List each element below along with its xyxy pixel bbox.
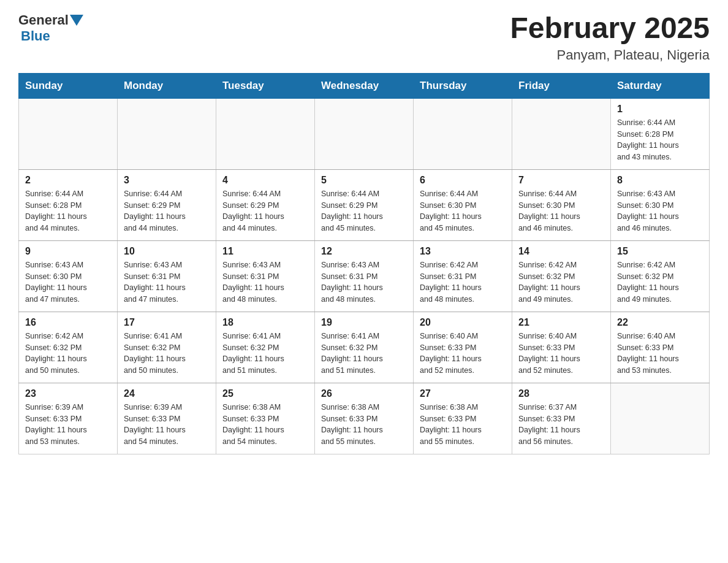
weekday-header-tuesday: Tuesday (216, 73, 315, 98)
calendar-day-cell: 26Sunrise: 6:38 AM Sunset: 6:33 PM Dayli… (315, 383, 414, 454)
day-info: Sunrise: 6:43 AM Sunset: 6:31 PM Dayligh… (321, 259, 407, 305)
logo-blue-text: Blue (21, 28, 50, 44)
day-number: 19 (321, 317, 407, 328)
calendar-week-row: 23Sunrise: 6:39 AM Sunset: 6:33 PM Dayli… (19, 383, 710, 454)
location-subtitle: Panyam, Plateau, Nigeria (510, 47, 710, 63)
day-number: 20 (420, 317, 506, 328)
day-info: Sunrise: 6:38 AM Sunset: 6:33 PM Dayligh… (420, 402, 506, 448)
day-number: 9 (25, 246, 111, 257)
day-info: Sunrise: 6:44 AM Sunset: 6:29 PM Dayligh… (321, 188, 407, 234)
calendar-day-cell: 13Sunrise: 6:42 AM Sunset: 6:31 PM Dayli… (414, 240, 512, 312)
day-info: Sunrise: 6:40 AM Sunset: 6:33 PM Dayligh… (420, 331, 506, 377)
day-number: 21 (518, 317, 604, 328)
calendar-day-cell (315, 98, 414, 169)
calendar-day-cell: 7Sunrise: 6:44 AM Sunset: 6:30 PM Daylig… (512, 169, 611, 240)
day-info: Sunrise: 6:42 AM Sunset: 6:31 PM Dayligh… (420, 259, 506, 305)
calendar-week-row: 1Sunrise: 6:44 AM Sunset: 6:28 PM Daylig… (19, 98, 710, 169)
calendar-day-cell (19, 98, 118, 169)
day-info: Sunrise: 6:42 AM Sunset: 6:32 PM Dayligh… (518, 259, 604, 305)
weekday-header-row: SundayMondayTuesdayWednesdayThursdayFrid… (19, 73, 710, 98)
calendar-day-cell: 2Sunrise: 6:44 AM Sunset: 6:28 PM Daylig… (19, 169, 118, 240)
day-number: 22 (617, 317, 703, 328)
calendar-day-cell: 11Sunrise: 6:43 AM Sunset: 6:31 PM Dayli… (216, 240, 315, 312)
day-info: Sunrise: 6:43 AM Sunset: 6:31 PM Dayligh… (124, 259, 210, 305)
day-number: 5 (321, 175, 407, 186)
weekday-header-saturday: Saturday (611, 73, 710, 98)
day-info: Sunrise: 6:43 AM Sunset: 6:30 PM Dayligh… (617, 188, 703, 234)
calendar-day-cell: 10Sunrise: 6:43 AM Sunset: 6:31 PM Dayli… (118, 240, 216, 312)
day-info: Sunrise: 6:38 AM Sunset: 6:33 PM Dayligh… (321, 402, 407, 448)
title-area: February 2025 Panyam, Plateau, Nigeria (510, 12, 710, 63)
calendar-day-cell: 27Sunrise: 6:38 AM Sunset: 6:33 PM Dayli… (414, 383, 512, 454)
day-info: Sunrise: 6:43 AM Sunset: 6:31 PM Dayligh… (222, 259, 308, 305)
calendar-day-cell: 5Sunrise: 6:44 AM Sunset: 6:29 PM Daylig… (315, 169, 414, 240)
day-info: Sunrise: 6:42 AM Sunset: 6:32 PM Dayligh… (617, 259, 703, 305)
calendar-day-cell: 14Sunrise: 6:42 AM Sunset: 6:32 PM Dayli… (512, 240, 611, 312)
day-number: 11 (222, 246, 308, 257)
day-number: 4 (222, 175, 308, 186)
calendar-day-cell: 19Sunrise: 6:41 AM Sunset: 6:32 PM Dayli… (315, 312, 414, 383)
day-info: Sunrise: 6:40 AM Sunset: 6:33 PM Dayligh… (518, 331, 604, 377)
day-number: 3 (124, 175, 210, 186)
calendar-day-cell (118, 98, 216, 169)
day-info: Sunrise: 6:41 AM Sunset: 6:32 PM Dayligh… (321, 331, 407, 377)
day-number: 8 (617, 175, 703, 186)
day-number: 28 (518, 388, 604, 399)
day-number: 25 (222, 388, 308, 399)
day-info: Sunrise: 6:38 AM Sunset: 6:33 PM Dayligh… (222, 402, 308, 448)
day-number: 17 (124, 317, 210, 328)
calendar-day-cell: 1Sunrise: 6:44 AM Sunset: 6:28 PM Daylig… (611, 98, 710, 169)
day-number: 23 (25, 388, 111, 399)
page-header: General Blue February 2025 Panyam, Plate… (18, 12, 710, 63)
day-info: Sunrise: 6:44 AM Sunset: 6:29 PM Dayligh… (124, 188, 210, 234)
day-info: Sunrise: 6:39 AM Sunset: 6:33 PM Dayligh… (124, 402, 210, 448)
day-number: 7 (518, 175, 604, 186)
day-info: Sunrise: 6:41 AM Sunset: 6:32 PM Dayligh… (124, 331, 210, 377)
calendar-day-cell: 21Sunrise: 6:40 AM Sunset: 6:33 PM Dayli… (512, 312, 611, 383)
day-info: Sunrise: 6:44 AM Sunset: 6:30 PM Dayligh… (518, 188, 604, 234)
svg-marker-0 (70, 15, 83, 26)
month-year-title: February 2025 (510, 12, 710, 45)
day-info: Sunrise: 6:37 AM Sunset: 6:33 PM Dayligh… (518, 402, 604, 448)
day-info: Sunrise: 6:42 AM Sunset: 6:32 PM Dayligh… (25, 331, 111, 377)
day-info: Sunrise: 6:41 AM Sunset: 6:32 PM Dayligh… (222, 331, 308, 377)
calendar-day-cell: 20Sunrise: 6:40 AM Sunset: 6:33 PM Dayli… (414, 312, 512, 383)
calendar-day-cell (611, 383, 710, 454)
calendar-day-cell: 22Sunrise: 6:40 AM Sunset: 6:33 PM Dayli… (611, 312, 710, 383)
day-number: 16 (25, 317, 111, 328)
day-number: 18 (222, 317, 308, 328)
day-info: Sunrise: 6:44 AM Sunset: 6:29 PM Dayligh… (222, 188, 308, 234)
calendar-day-cell: 16Sunrise: 6:42 AM Sunset: 6:32 PM Dayli… (19, 312, 118, 383)
calendar-week-row: 16Sunrise: 6:42 AM Sunset: 6:32 PM Dayli… (19, 312, 710, 383)
weekday-header-friday: Friday (512, 73, 611, 98)
calendar-day-cell: 17Sunrise: 6:41 AM Sunset: 6:32 PM Dayli… (118, 312, 216, 383)
calendar-table: SundayMondayTuesdayWednesdayThursdayFrid… (18, 73, 710, 454)
day-number: 6 (420, 175, 506, 186)
day-info: Sunrise: 6:39 AM Sunset: 6:33 PM Dayligh… (25, 402, 111, 448)
calendar-day-cell: 15Sunrise: 6:42 AM Sunset: 6:32 PM Dayli… (611, 240, 710, 312)
calendar-week-row: 9Sunrise: 6:43 AM Sunset: 6:30 PM Daylig… (19, 240, 710, 312)
calendar-day-cell (216, 98, 315, 169)
calendar-day-cell: 12Sunrise: 6:43 AM Sunset: 6:31 PM Dayli… (315, 240, 414, 312)
calendar-day-cell: 8Sunrise: 6:43 AM Sunset: 6:30 PM Daylig… (611, 169, 710, 240)
calendar-day-cell: 25Sunrise: 6:38 AM Sunset: 6:33 PM Dayli… (216, 383, 315, 454)
calendar-day-cell: 9Sunrise: 6:43 AM Sunset: 6:30 PM Daylig… (19, 240, 118, 312)
day-number: 26 (321, 388, 407, 399)
calendar-day-cell (512, 98, 611, 169)
weekday-header-monday: Monday (118, 73, 216, 98)
weekday-header-thursday: Thursday (414, 73, 512, 98)
calendar-day-cell: 18Sunrise: 6:41 AM Sunset: 6:32 PM Dayli… (216, 312, 315, 383)
logo-triangle-icon (70, 15, 83, 28)
calendar-week-row: 2Sunrise: 6:44 AM Sunset: 6:28 PM Daylig… (19, 169, 710, 240)
calendar-day-cell: 24Sunrise: 6:39 AM Sunset: 6:33 PM Dayli… (118, 383, 216, 454)
calendar-day-cell: 23Sunrise: 6:39 AM Sunset: 6:33 PM Dayli… (19, 383, 118, 454)
logo: General Blue (18, 12, 83, 44)
weekday-header-wednesday: Wednesday (315, 73, 414, 98)
day-number: 15 (617, 246, 703, 257)
day-number: 14 (518, 246, 604, 257)
day-number: 13 (420, 246, 506, 257)
calendar-day-cell: 28Sunrise: 6:37 AM Sunset: 6:33 PM Dayli… (512, 383, 611, 454)
calendar-day-cell: 4Sunrise: 6:44 AM Sunset: 6:29 PM Daylig… (216, 169, 315, 240)
day-info: Sunrise: 6:44 AM Sunset: 6:30 PM Dayligh… (420, 188, 506, 234)
weekday-header-sunday: Sunday (19, 73, 118, 98)
